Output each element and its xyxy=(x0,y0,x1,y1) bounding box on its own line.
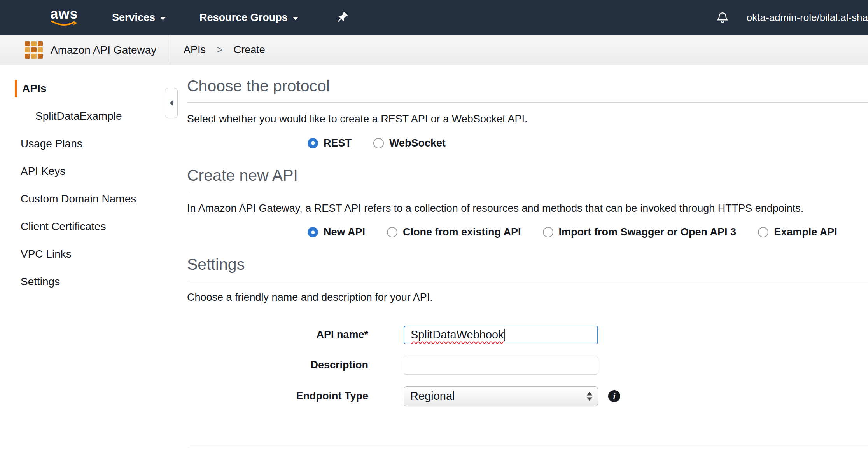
radio-import-swagger[interactable]: Import from Swagger or Open API 3 xyxy=(543,226,737,238)
sidebar-item-label: APIs xyxy=(22,82,46,95)
nav-services-menu[interactable]: Services xyxy=(112,12,166,24)
breadcrumb-current-page: Create xyxy=(234,44,265,56)
radio-selected-icon xyxy=(308,227,318,237)
api-name-value: SplitDataWebhook xyxy=(411,328,504,341)
sidebar-item-label: VPC Links xyxy=(21,248,72,260)
create-section-description: In Amazon API Gateway, a REST API refers… xyxy=(187,202,868,215)
nav-resource-groups-menu[interactable]: Resource Groups xyxy=(200,12,299,24)
endpoint-type-row: Endpoint Type Regional i xyxy=(187,386,868,406)
sidebar-item-splitdataexample[interactable]: SplitDataExample xyxy=(0,102,171,130)
pin-shortcut-button[interactable] xyxy=(336,11,349,24)
protocol-section-description: Select whether you would like to create … xyxy=(187,113,868,125)
chevron-down-icon xyxy=(160,17,166,20)
create-api-radio-group: New API Clone from existing API Import f… xyxy=(308,226,868,238)
divider xyxy=(187,102,868,103)
sidebar-item-custom-domain-names[interactable]: Custom Domain Names xyxy=(0,185,171,213)
top-navigation-bar: aws Services Resource Groups okta-admin-… xyxy=(0,0,868,35)
description-label: Description xyxy=(187,359,368,371)
endpoint-type-value: Regional xyxy=(410,390,455,403)
settings-section-description: Choose a friendly name and description f… xyxy=(187,291,868,304)
radio-new-api[interactable]: New API xyxy=(308,226,365,238)
radio-example-api[interactable]: Example API xyxy=(758,226,837,238)
radio-label: WebSocket xyxy=(389,137,446,149)
main-panel: Choose the protocol Select whether you w… xyxy=(172,65,868,464)
pin-icon xyxy=(336,11,349,24)
settings-section-title: Settings xyxy=(187,255,868,274)
chevron-down-icon xyxy=(292,17,299,20)
info-icon[interactable]: i xyxy=(608,390,620,402)
bell-icon xyxy=(716,10,730,24)
endpoint-type-select[interactable]: Regional xyxy=(404,386,598,406)
breadcrumb-apis-link[interactable]: APIs xyxy=(184,44,206,56)
sidebar-item-api-keys[interactable]: API Keys xyxy=(0,157,171,185)
sidebar-collapse-button[interactable] xyxy=(165,88,178,118)
radio-label: Clone from existing API xyxy=(403,226,521,238)
content-area: APIs SplitDataExample Usage Plans API Ke… xyxy=(0,65,868,464)
aws-logo[interactable]: aws xyxy=(50,8,79,27)
api-name-label: API name* xyxy=(187,329,368,341)
radio-unselected-icon xyxy=(758,227,768,237)
radio-label: Example API xyxy=(774,226,837,238)
api-gateway-icon xyxy=(25,41,43,59)
protocol-radio-group: REST WebSocket xyxy=(308,137,868,149)
sidebar-item-label: SplitDataExample xyxy=(35,110,122,122)
radio-selected-icon xyxy=(308,138,318,148)
text-cursor xyxy=(504,329,505,341)
sidebar-item-label: API Keys xyxy=(21,165,65,178)
service-home-link[interactable]: Amazon API Gateway xyxy=(0,35,171,65)
api-name-input[interactable]: SplitDataWebhook xyxy=(404,326,598,344)
sidebar-item-label: Usage Plans xyxy=(21,138,82,150)
divider xyxy=(187,447,868,447)
topnav-right-group: okta-admin-role/bilal.al-sha xyxy=(716,10,868,24)
radio-label: REST xyxy=(324,137,352,149)
endpoint-type-label: Endpoint Type xyxy=(187,390,368,402)
service-name: Amazon API Gateway xyxy=(51,44,156,56)
radio-clone-existing-api[interactable]: Clone from existing API xyxy=(387,226,521,238)
select-arrows-icon xyxy=(587,392,592,401)
divider xyxy=(187,281,868,281)
radio-unselected-icon xyxy=(543,227,553,237)
sidebar-item-label: Custom Domain Names xyxy=(21,193,136,205)
active-indicator xyxy=(15,80,17,97)
sidebar-item-apis[interactable]: APIs xyxy=(0,75,171,102)
sidebar-item-label: Settings xyxy=(21,276,60,288)
radio-rest[interactable]: REST xyxy=(308,137,352,149)
aws-logo-text: aws xyxy=(50,8,78,20)
account-menu[interactable]: okta-admin-role/bilal.al-sha xyxy=(747,12,868,24)
radio-label: Import from Swagger or Open API 3 xyxy=(559,226,737,238)
sidebar: APIs SplitDataExample Usage Plans API Ke… xyxy=(0,65,172,464)
sidebar-item-usage-plans[interactable]: Usage Plans xyxy=(0,130,171,157)
breadcrumb: APIs > Create xyxy=(171,35,265,65)
settings-form: API name* SplitDataWebhook Description xyxy=(187,326,868,406)
description-input[interactable] xyxy=(404,356,598,375)
notifications-button[interactable] xyxy=(716,10,730,24)
sidebar-item-label: Client Certificates xyxy=(21,220,106,233)
nav-resource-groups-label: Resource Groups xyxy=(200,12,288,24)
sidebar-item-settings[interactable]: Settings xyxy=(0,268,171,295)
radio-websocket[interactable]: WebSocket xyxy=(373,137,446,149)
breadcrumb-bar: Amazon API Gateway APIs > Create xyxy=(0,35,868,65)
nav-services-label: Services xyxy=(112,12,155,24)
description-row: Description xyxy=(187,356,868,375)
breadcrumb-separator: > xyxy=(217,44,223,56)
radio-unselected-icon xyxy=(387,227,397,237)
protocol-section-title: Choose the protocol xyxy=(187,77,868,95)
radio-label: New API xyxy=(324,226,365,238)
aws-smile-icon xyxy=(50,20,79,27)
sidebar-item-client-certificates[interactable]: Client Certificates xyxy=(0,213,171,240)
create-section-title: Create new API xyxy=(187,166,868,185)
divider xyxy=(187,192,868,192)
sidebar-item-vpc-links[interactable]: VPC Links xyxy=(0,240,171,268)
chevron-left-icon xyxy=(170,100,173,106)
radio-unselected-icon xyxy=(373,138,384,148)
api-name-row: API name* SplitDataWebhook xyxy=(187,326,868,344)
